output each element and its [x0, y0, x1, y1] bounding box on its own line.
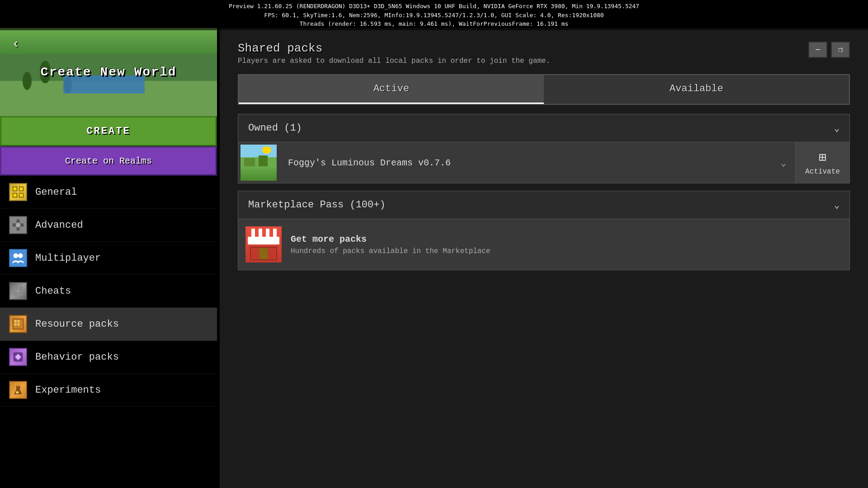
get-more-title: Get more packs: [291, 234, 491, 244]
section-desc: Players are asked to download all local …: [238, 57, 850, 65]
back-button[interactable]: ‹: [5, 33, 27, 55]
sidebar-item-multiplayer[interactable]: Multiplayer: [0, 242, 217, 275]
left-panel: ‹ Create New World CREATE Create on Real…: [0, 28, 217, 488]
svg-rect-15: [14, 292, 18, 296]
world-title-overlay: Create New World: [0, 28, 217, 116]
pack-name: Foggy's Luminous Dreams v0.7.6: [288, 158, 451, 168]
multiplayer-icon: [9, 249, 27, 267]
maximize-button[interactable]: ❐: [831, 42, 850, 58]
svg-rect-7: [20, 194, 23, 197]
svg-rect-1: [14, 188, 17, 191]
marketplace-image: [245, 226, 282, 263]
general-icon: [9, 183, 27, 201]
cheats-label: Cheats: [35, 286, 71, 297]
advanced-label: Advanced: [35, 220, 83, 231]
svg-point-12: [18, 253, 23, 258]
svg-rect-20: [17, 320, 19, 322]
svg-rect-13: [14, 286, 18, 291]
realms-button[interactable]: Create on Realms: [0, 146, 217, 176]
marketplace-section-header[interactable]: Marketplace Pass (100+) ⌄: [238, 191, 849, 219]
svg-rect-21: [14, 323, 16, 325]
sidebar-item-resource-packs[interactable]: Resource packs: [0, 308, 217, 341]
tabs-container: Active Available: [238, 74, 850, 105]
sidebar-item-experiments[interactable]: Experiments: [0, 374, 217, 407]
minimize-button[interactable]: —: [808, 42, 827, 58]
behavior-packs-label: Behavior packs: [35, 352, 119, 363]
marketplace-thumbnail: [245, 226, 282, 263]
svg-rect-16: [19, 292, 23, 296]
pack-info: Foggy's Luminous Dreams v0.7.6 ⌄: [279, 157, 795, 169]
experiments-icon: [9, 381, 27, 399]
marketplace-section-title: Marketplace Pass (100+): [248, 199, 386, 211]
get-more-desc: Hundreds of packs available in the Marke…: [291, 247, 491, 255]
nav-list: General Advanced Multiplayer Cheats: [0, 176, 217, 488]
activate-button[interactable]: ⊞ Activate: [795, 142, 849, 183]
resource-packs-label: Resource packs: [35, 319, 119, 330]
owned-chevron-icon: ⌄: [834, 122, 840, 134]
owned-section-header[interactable]: Owned (1) ⌄: [238, 114, 849, 142]
behavior-icon: [9, 348, 27, 366]
create-button[interactable]: CREATE: [0, 116, 217, 146]
tab-active[interactable]: Active: [239, 75, 544, 104]
activate-label: Activate: [805, 168, 840, 176]
section-header: Shared packs Players are asked to downlo…: [238, 42, 850, 65]
experiments-label: Experiments: [35, 385, 101, 396]
svg-point-11: [14, 253, 19, 258]
owned-section: Owned (1) ⌄ Foggy's Luminous Dreams v0.7: [238, 114, 850, 183]
svg-point-10: [16, 223, 21, 228]
sidebar-item-cheats[interactable]: Cheats: [0, 275, 217, 308]
get-more-text: Get more packs Hundreds of packs availab…: [291, 234, 491, 255]
pack-expand-icon[interactable]: ⌄: [781, 157, 786, 169]
sidebar-item-advanced[interactable]: Advanced: [0, 209, 217, 242]
multiplayer-label: Multiplayer: [35, 253, 101, 264]
pack-item: Foggy's Luminous Dreams v0.7.6 ⌄ ⊞ Activ…: [238, 142, 849, 183]
section-title: Shared packs: [238, 42, 850, 55]
sidebar-item-behavior-packs[interactable]: Behavior packs: [0, 341, 217, 374]
world-thumbnail: Create New World: [0, 28, 217, 116]
minimize-icon: —: [816, 46, 820, 54]
owned-section-title: Owned (1): [248, 122, 302, 134]
pack-thumbnail-image: [241, 145, 277, 181]
svg-rect-24: [15, 385, 21, 386]
general-label: General: [35, 187, 77, 198]
svg-point-25: [16, 391, 19, 394]
sidebar-item-general[interactable]: General: [0, 176, 217, 209]
get-more-packs-item[interactable]: Get more packs Hundreds of packs availab…: [238, 219, 849, 270]
marketplace-chevron-icon: ⌄: [834, 199, 840, 211]
world-title: Create New World: [41, 65, 177, 79]
window-controls: — ❐: [808, 42, 850, 58]
cheats-icon: [9, 282, 27, 300]
right-panel: — ❐ Shared packs Players are asked to do…: [220, 28, 868, 488]
marketplace-section: Marketplace Pass (100+) ⌄: [238, 191, 850, 270]
svg-rect-19: [14, 320, 16, 322]
activate-icon: ⊞: [819, 150, 826, 165]
pack-thumbnail: [241, 145, 277, 181]
svg-rect-3: [20, 188, 23, 191]
main-container: ‹ Create New World CREATE Create on Real…: [0, 28, 868, 488]
debug-line-1: Preview 1.21.60.25 (RENDERDRAGON) D3D13+…: [0, 2, 868, 11]
svg-rect-5: [14, 194, 17, 197]
svg-rect-22: [17, 323, 19, 325]
back-icon: ‹: [12, 37, 20, 51]
svg-rect-14: [19, 286, 23, 291]
maximize-icon: ❐: [838, 45, 843, 54]
resource-icon: [9, 315, 27, 333]
advanced-icon: [9, 216, 27, 234]
debug-line-3: Threads (render: 16.593 ms, main: 9.461 …: [0, 19, 868, 28]
debug-line-2: FPS: 60.1, SkyTime:1.6, Nem:2596, MInfo:…: [0, 11, 868, 20]
debug-bar: Preview 1.21.60.25 (RENDERDRAGON) D3D13+…: [0, 0, 868, 30]
tab-available[interactable]: Available: [544, 75, 849, 104]
